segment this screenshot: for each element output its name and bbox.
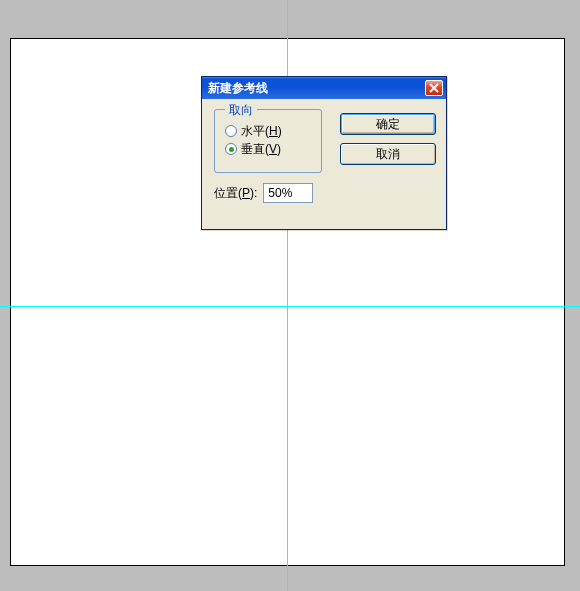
dialog-title: 新建参考线 — [208, 80, 268, 97]
ok-button[interactable]: 确定 — [340, 113, 436, 135]
horizontal-guide — [0, 306, 580, 307]
cancel-button[interactable]: 取消 — [340, 143, 436, 165]
radio-horizontal[interactable] — [225, 125, 237, 137]
close-button[interactable] — [425, 80, 443, 96]
position-label: 位置(P): — [214, 185, 257, 202]
radio-vertical-row[interactable]: 垂直(V) — [225, 140, 321, 158]
dialog-body: 取向 水平(H) 垂直(V) 确定 取消 位置(P): — [202, 99, 446, 229]
radio-horizontal-row[interactable]: 水平(H) — [225, 122, 321, 140]
close-icon — [429, 83, 439, 93]
position-row: 位置(P): — [214, 183, 313, 203]
fieldset-legend: 取向 — [225, 102, 257, 119]
orientation-fieldset: 取向 水平(H) 垂直(V) — [214, 109, 322, 173]
dialog-titlebar[interactable]: 新建参考线 — [202, 77, 446, 99]
new-guide-dialog: 新建参考线 取向 水平(H) 垂直(V) 确定 取消 位置(P): — [201, 76, 447, 230]
radio-vertical[interactable] — [225, 143, 237, 155]
radio-horizontal-label[interactable]: 水平(H) — [241, 123, 282, 140]
position-input[interactable] — [263, 183, 313, 203]
radio-vertical-label[interactable]: 垂直(V) — [241, 141, 281, 158]
dialog-buttons: 确定 取消 — [340, 113, 436, 165]
